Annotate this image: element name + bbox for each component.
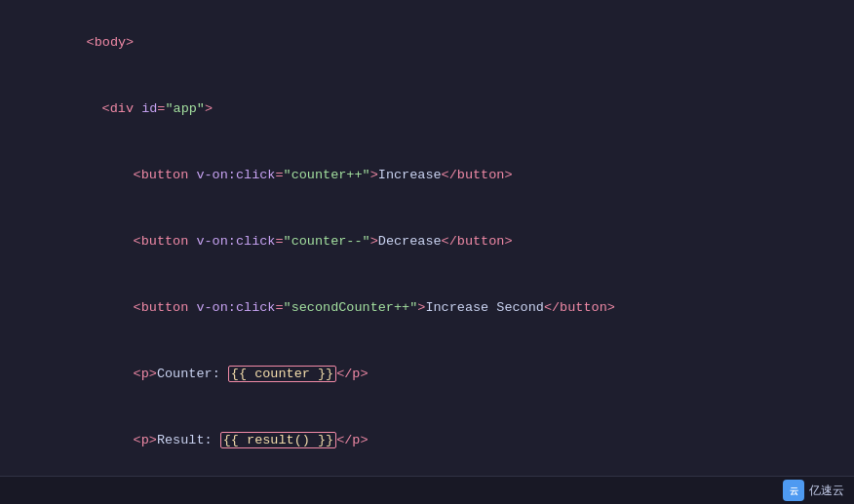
footer-bar: 云 亿速云 (0, 476, 854, 504)
code-line: <button v-on:click="counter++">Increase<… (0, 142, 854, 209)
code-line: <div id="app"> (0, 76, 854, 142)
code-editor: <body> <div id="app"> <button v-on:click… (0, 0, 854, 476)
code-line: <p>Counter: {{ counter }}</p> (0, 341, 854, 407)
code-line (0, 474, 854, 476)
code-line: <button v-on:click="secondCounter++">Inc… (0, 275, 854, 341)
code-line: <p>Result: {{ result() }}</p> (0, 407, 854, 474)
code-line: <button v-on:click="counter--">Decrease<… (0, 209, 854, 275)
logo-icon: 云 (783, 480, 804, 501)
code-line: <body> (0, 10, 854, 76)
logo-text: 亿速云 (809, 483, 844, 499)
svg-text:云: 云 (790, 486, 798, 496)
footer-logo: 云 亿速云 (783, 480, 844, 501)
